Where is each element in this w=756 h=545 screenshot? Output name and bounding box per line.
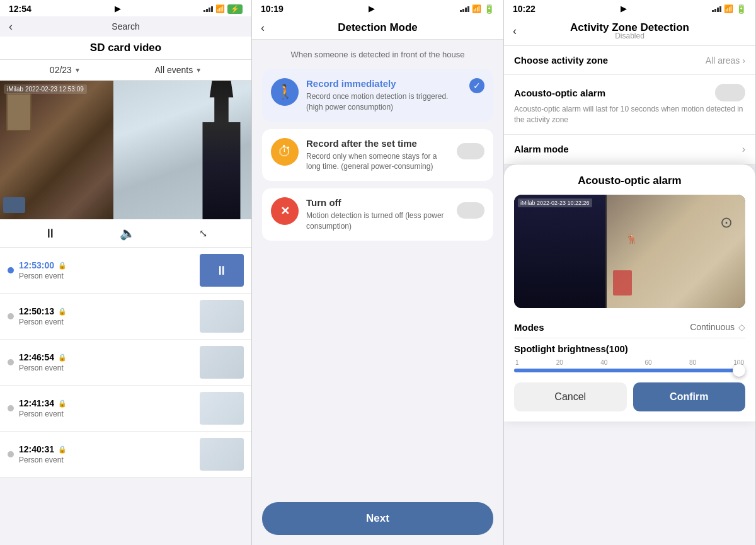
time-2: 10:19 xyxy=(261,4,284,14)
status-icons-3: 📶 🔋 xyxy=(712,4,747,14)
video-right-panel xyxy=(113,81,251,219)
wifi-icon: 📶 xyxy=(215,4,225,13)
fullscreen-button[interactable]: ⤡ xyxy=(199,227,207,239)
detect-title-off: Turn off xyxy=(306,197,449,208)
page-title-2: Detection Mode xyxy=(338,21,418,34)
status-bar-2: 10:19 ▶ 📶 🔋 xyxy=(252,0,503,16)
detect-desc-immediate: Record once motion detection is triggere… xyxy=(306,91,462,113)
event-type: Person event xyxy=(19,410,195,418)
events-value: All events xyxy=(155,65,193,75)
video-timestamp-1: iMilab 2022-02-23 12:53:09 xyxy=(4,84,87,94)
detect-body-set-time: Record after the set time Record only wh… xyxy=(306,138,449,173)
bottom-sheet: Acousto-optic alarm ⊙ 🦌 iMilab 2022-02-2… xyxy=(504,164,755,422)
bs-timestamp: iMilab 2022-02-23 10:22:26 xyxy=(518,198,592,207)
list-item[interactable]: 12:46:54 🔒 Person event xyxy=(0,340,251,386)
event-thumbnail[interactable] xyxy=(200,392,244,425)
lock-icon: 🔒 xyxy=(58,353,67,362)
event-info: 12:53:00 🔒 Person event xyxy=(19,260,195,280)
battery-icon: ⚡ xyxy=(227,4,243,14)
date-filter[interactable]: 02/23 ▼ xyxy=(50,65,81,75)
next-button[interactable]: Next xyxy=(262,502,493,535)
detect-icon-off: ✕ xyxy=(271,197,299,225)
detection-option-immediate[interactable]: 🚶 Record immediately Record once motion … xyxy=(262,69,493,122)
detect-body-off: Turn off Motion detection is turned off … xyxy=(306,197,449,232)
event-thumbnail[interactable] xyxy=(200,300,244,333)
chevron-right-icon-2: › xyxy=(742,144,745,155)
modes-value[interactable]: Continuous ◇ xyxy=(690,322,745,332)
signal-icon xyxy=(203,6,213,12)
events-chevron: ▼ xyxy=(195,67,202,74)
nav-bar-2: ‹ Detection Mode xyxy=(252,16,503,40)
modes-label: Modes xyxy=(514,322,544,333)
detect-icon-set-time: ⏱ xyxy=(271,138,299,166)
event-thumbnail[interactable] xyxy=(200,438,244,471)
brightness-slider[interactable] xyxy=(514,369,745,372)
event-list: 12:53:00 🔒 Person event ⏸ 12:50:13 🔒 Per… xyxy=(0,248,251,545)
status-icons-2: 📶 🔋 xyxy=(460,4,495,14)
event-type: Person event xyxy=(19,456,195,464)
list-item[interactable]: 12:53:00 🔒 Person event ⏸ xyxy=(0,248,251,294)
detect-check-immediate: ✓ xyxy=(469,78,484,93)
title-bar-1: SD card video xyxy=(0,37,251,60)
detection-option-set-time[interactable]: ⏱ Record after the set time Record only … xyxy=(262,129,493,181)
panel-sd-card-video: 12:54 ▶ 📶 ⚡ ‹ Search SD card video 02/23… xyxy=(0,0,252,545)
modes-row: Modes Continuous ◇ xyxy=(514,317,745,338)
event-thumbnail[interactable]: ⏸ xyxy=(200,254,244,287)
slider-thumb[interactable] xyxy=(733,364,745,377)
volume-button[interactable]: 🔈 xyxy=(120,226,135,241)
event-time: 12:41:34 xyxy=(19,398,54,408)
time-1: 12:54 xyxy=(9,4,32,14)
acousto-toggle[interactable] xyxy=(715,84,745,101)
chevron-right-icon: › xyxy=(742,55,745,66)
event-time: 12:40:31 xyxy=(19,444,54,454)
activity-zone-content: Choose activity zone All areas › Acousto… xyxy=(504,46,755,545)
event-time: 12:53:00 xyxy=(19,260,54,270)
bs-preview-inner: ⊙ 🦌 xyxy=(514,195,745,308)
row-acousto-alarm: Acousto-optic alarm Acousto-optic alarm … xyxy=(504,75,755,135)
cancel-button[interactable]: Cancel xyxy=(514,382,627,411)
video-left-panel xyxy=(0,81,113,219)
nav-search-1[interactable]: Search xyxy=(112,21,139,32)
events-filter[interactable]: All events ▼ xyxy=(155,65,202,75)
panel-detection-mode: 10:19 ▶ 📶 🔋 ‹ Detection Mode When someon… xyxy=(252,0,504,545)
event-dot xyxy=(8,267,14,273)
row-label-alarm-mode: Alarm mode xyxy=(514,144,569,154)
list-item[interactable]: 12:41:34 🔒 Person event xyxy=(0,386,251,432)
battery-icon-2: 🔋 xyxy=(484,4,495,14)
row-alarm-mode[interactable]: Alarm mode › xyxy=(504,135,755,164)
event-info: 12:50:13 🔒 Person event xyxy=(19,306,195,326)
event-thumbnail[interactable] xyxy=(200,346,244,379)
detection-option-off[interactable]: ✕ Turn off Motion detection is turned of… xyxy=(262,188,493,241)
status-bar-3: 10:22 ▶ 📶 🔋 xyxy=(504,0,755,16)
row-activity-zone[interactable]: Choose activity zone All areas › xyxy=(504,46,755,75)
slider-ticks: 1 20 40 60 80 100 xyxy=(514,359,745,366)
panel-activity-zone: 10:22 ▶ 📶 🔋 ‹ Activity Zone Detection Di… xyxy=(504,0,756,545)
nav-bar-1: ‹ Search xyxy=(0,16,251,37)
detect-toggle-off[interactable] xyxy=(457,202,484,219)
back-button-2[interactable]: ‹ xyxy=(261,21,265,35)
modes-value-text: Continuous xyxy=(690,322,735,332)
location-icon: ▶ xyxy=(115,4,120,13)
play-pause-button[interactable]: ⏸ xyxy=(44,226,57,241)
detect-toggle-set-time[interactable] xyxy=(457,143,484,159)
lock-icon: 🔒 xyxy=(58,445,67,454)
detection-content: When someone is detected in front of the… xyxy=(252,40,503,492)
acousto-desc: Acousto-optic alarm will last for 10 sec… xyxy=(514,104,745,125)
activity-zone-value: All areas xyxy=(706,55,740,66)
location-icon-2: ▶ xyxy=(369,4,374,13)
time-3: 10:22 xyxy=(513,4,536,14)
detection-subtitle: When someone is detected in front of the… xyxy=(262,50,493,59)
date-filter-bar: 02/23 ▼ All events ▼ xyxy=(0,60,251,81)
date-chevron: ▼ xyxy=(74,67,81,74)
back-button-3[interactable]: ‹ xyxy=(513,25,517,38)
brightness-label: Spotlight brightness(100) xyxy=(514,343,745,354)
back-button-1[interactable]: ‹ xyxy=(9,20,13,33)
list-item[interactable]: 12:40:31 🔒 Person event xyxy=(0,432,251,478)
lock-icon: 🔒 xyxy=(58,261,67,270)
nav-bar-3: ‹ Activity Zone Detection Disabled xyxy=(504,16,755,46)
video-preview[interactable]: iMilab 2022-02-23 12:53:09 xyxy=(0,81,251,219)
bs-actions: Cancel Confirm xyxy=(514,382,745,411)
list-item[interactable]: 12:50:13 🔒 Person event xyxy=(0,294,251,340)
row-label-activity-zone: Choose activity zone xyxy=(514,55,608,66)
confirm-button[interactable]: Confirm xyxy=(633,382,746,411)
